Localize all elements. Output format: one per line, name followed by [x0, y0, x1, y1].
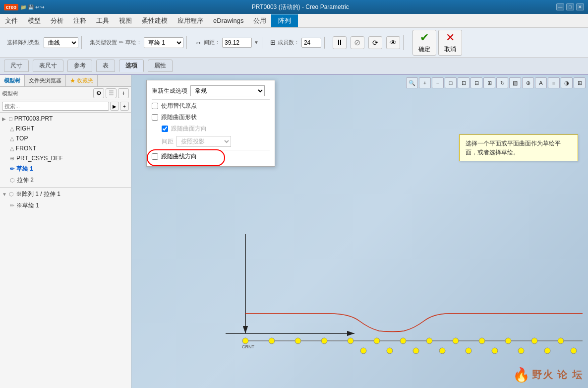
- expand-icon: ▼: [2, 192, 7, 197]
- svg-text:CRNT: CRNT: [242, 344, 254, 349]
- sub-tabs-bar: 尺寸 表尺寸 参考 表 选项 属性: [0, 58, 588, 74]
- vp-orient[interactable]: ⊡: [458, 77, 470, 88]
- follow-surface-shape-row: 跟随曲面形状: [152, 113, 270, 122]
- tab-table[interactable]: 表: [96, 60, 115, 72]
- spacing-input[interactable]: [222, 38, 252, 48]
- follow-surface-shape-checkbox[interactable]: [152, 114, 158, 121]
- svg-point-24: [544, 348, 550, 354]
- array-type-dropdown[interactable]: 曲线: [44, 37, 78, 48]
- svg-point-12: [453, 338, 459, 344]
- tree-search-input[interactable]: [2, 102, 109, 111]
- tab-properties[interactable]: 属性: [148, 60, 173, 72]
- extrude-icon: ⬡: [10, 177, 15, 184]
- tree-item-pattern1[interactable]: ▼ ⬡ ※阵列 1 / 拉伸 1: [0, 189, 131, 200]
- minimize-button[interactable]: —: [556, 3, 564, 10]
- tree-settings-button[interactable]: ⚙: [93, 88, 104, 98]
- tree-item-sketch1-child[interactable]: ✏ ※草绘 1: [0, 200, 131, 211]
- tree-config-label: 模型树: [2, 90, 18, 97]
- regen-options-row: 重新生成选项 常规: [152, 85, 270, 96]
- follow-surface-dir-checkbox[interactable]: [162, 126, 168, 132]
- follow-curve-dir-container: 跟随曲线方向: [152, 152, 197, 161]
- menu-item-5[interactable]: 视图: [114, 14, 137, 27]
- tree-item-prt0003[interactable]: ▶ □ PRT0003.PRT: [0, 114, 131, 124]
- sketch-icon: ✏: [119, 39, 123, 46]
- members-input[interactable]: [301, 38, 321, 48]
- tab-reference[interactable]: 参考: [67, 60, 92, 72]
- confirm-icon: ✔: [420, 31, 429, 44]
- window-title: PRT0003 (活动的) - Creo Parametric: [44, 3, 556, 11]
- spacing-dropdown-arrow[interactable]: ▼: [254, 40, 259, 45]
- spacing-projection-row: 间距 按照投影: [152, 136, 270, 147]
- menu-item-6[interactable]: 柔性建模: [137, 14, 173, 27]
- vp-spin[interactable]: ↻: [496, 77, 508, 88]
- svg-point-14: [505, 338, 511, 344]
- menu-item-8[interactable]: eDrawings: [208, 15, 248, 26]
- menu-item-9[interactable]: 公用: [248, 14, 271, 27]
- vp-zoom-out[interactable]: −: [432, 77, 444, 88]
- sketch-dropdown[interactable]: 草绘 1: [144, 37, 183, 48]
- regen-select[interactable]: 常规: [190, 85, 265, 96]
- menu-item-2[interactable]: 分析: [46, 14, 68, 27]
- sidebar-tab-model-tree[interactable]: 模型树: [0, 75, 25, 86]
- ribbon-toolbar: 选择阵列类型 曲线 集类型设置 ✏ 草绘： 草绘 1 ↔ 间距： ▼ ⊞: [0, 28, 588, 58]
- tree-item-label: PRT_CSYS_DEF: [16, 155, 63, 162]
- spacing-proj-select[interactable]: 按照投影: [176, 136, 231, 147]
- vp-zoom-in[interactable]: +: [419, 77, 431, 88]
- tab-dimensions[interactable]: 尺寸: [4, 60, 29, 72]
- vp-3d[interactable]: ⊟: [470, 77, 482, 88]
- cancel-icon: ✕: [446, 31, 455, 44]
- vp-appearance[interactable]: ◑: [561, 77, 573, 88]
- svg-point-18: [387, 348, 393, 354]
- stop-button[interactable]: ⊘: [351, 36, 364, 49]
- menu-item-7[interactable]: 应用程序: [173, 14, 208, 27]
- tree-item-csys[interactable]: ⊕ PRT_CSYS_DEF: [0, 153, 131, 163]
- close-button[interactable]: ✕: [576, 3, 584, 10]
- view-button[interactable]: 👁: [386, 36, 400, 49]
- follow-curve-dir-checkbox[interactable]: [152, 153, 158, 160]
- tab-table-dimensions[interactable]: 表尺寸: [33, 60, 63, 72]
- vp-manage[interactable]: ⊞: [574, 77, 586, 88]
- tab-options[interactable]: 选项: [119, 60, 144, 72]
- tree-item-extrude2[interactable]: ⬡ 拉伸 2: [0, 175, 131, 186]
- svg-point-16: [558, 338, 564, 344]
- vp-datum-display[interactable]: ⊕: [522, 77, 534, 88]
- tree-view-button[interactable]: ☰: [106, 88, 117, 98]
- menu-item-10[interactable]: 阵列: [271, 14, 298, 27]
- vp-named-view[interactable]: ⊞: [483, 77, 495, 88]
- tree-item-label: RIGHT: [16, 125, 34, 132]
- vp-section[interactable]: ≡: [548, 77, 560, 88]
- menubar: 文件模型分析注释工具视图柔性建模应用程序eDrawings公用阵列: [0, 14, 588, 28]
- vp-display-mode[interactable]: ▧: [509, 77, 521, 88]
- menu-item-0[interactable]: 文件: [0, 14, 23, 27]
- maximize-button[interactable]: □: [566, 3, 574, 10]
- sidebar-tab-favorites[interactable]: ★ 收藏夹: [66, 75, 98, 86]
- confirm-button[interactable]: ✔ 确定: [412, 30, 436, 56]
- preview-button[interactable]: ⟳: [368, 36, 382, 49]
- menu-item-1[interactable]: 模型: [23, 14, 46, 27]
- tree-item-label: ※阵列 1 / 拉伸 1: [16, 190, 60, 198]
- tree-expand-button[interactable]: +: [120, 102, 129, 111]
- tree-item-front[interactable]: △ FRONT: [0, 143, 131, 153]
- cancel-button[interactable]: ✕ 取消: [438, 30, 462, 56]
- sidebar-tab-folder-browser[interactable]: 文件夹浏览器: [25, 75, 66, 86]
- tree-toolbar: 模型树 ⚙ ☰ +: [0, 87, 131, 100]
- panel-divider-1: [152, 99, 270, 100]
- menu-item-4[interactable]: 工具: [91, 14, 114, 27]
- tree-item-sketch1[interactable]: ✏ 草绘 1: [0, 163, 131, 175]
- members-group: ⊞ 成员数：: [267, 37, 325, 49]
- vp-annotation[interactable]: A: [535, 77, 547, 88]
- tree-search-arrow[interactable]: ▶: [110, 102, 119, 111]
- tree-item-top[interactable]: △ TOP: [0, 133, 131, 143]
- menu-item-3[interactable]: 注释: [68, 14, 91, 27]
- main-area: 模型树 文件夹浏览器 ★ 收藏夹 模型树 ⚙ ☰ + ▶ + ▶ □ PRT00…: [0, 75, 588, 388]
- vp-zoom-area[interactable]: 🔍: [406, 77, 418, 88]
- plane-icon: △: [10, 135, 14, 142]
- tree-add-button[interactable]: +: [118, 88, 129, 98]
- use-alt-origin-checkbox[interactable]: [152, 103, 158, 109]
- viewport-drawing: CRNT: [181, 224, 588, 373]
- vp-refit[interactable]: □: [445, 77, 457, 88]
- viewport[interactable]: 🔍 + − □ ⊡ ⊟ ⊞ ↻ ▧ ⊕ A ≡ ◑ ⊞ 重新生成选项 常规: [131, 75, 588, 388]
- pause-button[interactable]: ⏸: [333, 36, 347, 49]
- tree-item-right[interactable]: △ RIGHT: [0, 124, 131, 133]
- use-alt-origin-row: 使用替代原点: [152, 102, 270, 110]
